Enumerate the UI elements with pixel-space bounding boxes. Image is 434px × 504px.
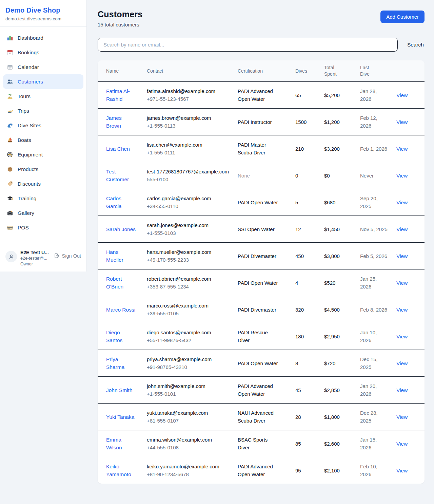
sidebar-user-section: E2E Test U... e2e-tester@... Owner Sign … <box>0 245 86 272</box>
column-header-actions <box>396 60 425 82</box>
view-link[interactable]: View <box>396 280 408 286</box>
view-link[interactable]: View <box>396 92 408 98</box>
sidebar-item-training[interactable]: Training <box>3 191 83 206</box>
bookings-icon: 17 <box>7 49 13 56</box>
customer-email: diego.santos@example.com <box>147 329 231 336</box>
customer-name-link[interactable]: Priya Sharma <box>106 356 124 370</box>
customer-last-dive: Feb 8, 2026 <box>360 296 396 323</box>
customer-dives: 8 <box>295 350 324 377</box>
sidebar-item-customers[interactable]: Customers <box>3 74 83 89</box>
customer-name-link[interactable]: Emma Wilson <box>106 437 122 450</box>
customer-last-dive: Sep 20, 2025 <box>360 189 396 216</box>
pos-icon <box>7 224 13 231</box>
customer-certification: PADI Divemaster <box>238 243 295 269</box>
customer-certification: PADI Open Water <box>238 350 295 377</box>
customer-name-link[interactable]: Test Customer <box>106 169 129 182</box>
customer-total-spent: $720 <box>324 350 360 377</box>
sidebar-item-pos[interactable]: POS <box>3 220 83 235</box>
calendar-icon <box>7 64 13 70</box>
customer-name-link[interactable]: James Brown <box>106 115 122 129</box>
customer-email: marco.rossi@example.com <box>147 302 231 310</box>
avatar <box>5 251 17 262</box>
view-link[interactable]: View <box>396 200 408 205</box>
customer-name-link[interactable]: Hans Mueller <box>106 249 123 263</box>
sidebar-item-boats[interactable]: Boats <box>3 133 83 147</box>
column-header-last-dive: Last Dive <box>360 60 396 82</box>
customer-email: robert.obrien@example.com <box>147 275 231 283</box>
customer-name-link[interactable]: Yuki Tanaka <box>106 414 134 420</box>
customer-certification: BSAC Sports Diver <box>238 430 295 457</box>
customer-email: lisa.chen@example.com <box>147 141 231 149</box>
customer-total-spent: $4,500 <box>324 296 360 323</box>
sidebar-item-dive-sites[interactable]: Dive Sites <box>3 118 83 133</box>
products-icon <box>7 166 13 172</box>
customer-phone: +44-555-0108 <box>147 444 231 451</box>
table-row: Diego Santos diego.santos@example.com+55… <box>98 323 425 350</box>
view-link[interactable]: View <box>396 360 408 366</box>
app-shell: Demo Dive Shop demo.test.divestreams.com… <box>0 0 434 484</box>
search-button[interactable]: Search <box>407 40 425 49</box>
table-row: Test Customer test-1772681807767@example… <box>98 162 425 189</box>
sidebar-item-dashboard[interactable]: Dashboard <box>3 31 83 45</box>
view-link[interactable]: View <box>396 119 408 125</box>
view-link[interactable]: View <box>396 307 408 313</box>
view-link[interactable]: View <box>396 173 408 179</box>
sidebar-item-gallery[interactable]: Gallery <box>3 206 83 220</box>
customer-name-link[interactable]: Carlos Garcia <box>106 195 122 209</box>
view-link[interactable]: View <box>396 334 408 339</box>
view-link[interactable]: View <box>396 441 408 447</box>
view-link[interactable]: View <box>396 253 408 259</box>
customer-last-dive: Jan 25, 2026 <box>360 269 396 296</box>
table-row: Emma Wilson emma.wilson@example.com+44-5… <box>98 430 425 457</box>
sidebar-item-label: Dive Sites <box>18 122 41 129</box>
customer-name-link[interactable]: Sarah Jones <box>106 226 136 232</box>
customer-certification: PADI Instructor <box>238 109 295 135</box>
sidebar-item-label: Dashboard <box>18 34 43 42</box>
customer-name-link[interactable]: Robert O'Brien <box>106 276 123 290</box>
customer-email: sarah.jones@example.com <box>147 221 231 229</box>
customer-email: james.brown@example.com <box>147 114 231 122</box>
table-row: Sarah Jones sarah.jones@example.com+1-55… <box>98 216 425 243</box>
view-link[interactable]: View <box>396 387 408 393</box>
customer-name-link[interactable]: Lisa Chen <box>106 146 130 152</box>
customer-email: test-1772681807767@example.com <box>147 168 231 175</box>
sidebar-item-label: Equipment <box>18 151 43 158</box>
sidebar-item-discounts[interactable]: Discounts <box>3 176 83 191</box>
customer-phone: +49-170-555-2233 <box>147 256 231 264</box>
view-link[interactable]: View <box>396 146 408 152</box>
customer-name-link[interactable]: Keiko Yamamoto <box>106 464 131 477</box>
customer-dives: 28 <box>295 404 324 430</box>
sidebar-item-equipment[interactable]: Equipment <box>3 147 83 162</box>
sidebar-item-tours[interactable]: Tours <box>3 89 83 104</box>
customer-name-link[interactable]: Marco Rossi <box>106 307 135 313</box>
table-row: Yuki Tanaka yuki.tanaka@example.com+81-5… <box>98 404 425 430</box>
customer-last-dive: Never <box>360 162 396 189</box>
view-link[interactable]: View <box>396 226 408 232</box>
table-row: James Brown james.brown@example.com+1-55… <box>98 109 425 135</box>
customer-total-spent: $2,100 <box>324 457 360 484</box>
search-bar: Search <box>98 38 425 52</box>
main-content: Customers 15 total customers Add Custome… <box>87 0 434 484</box>
add-customer-button[interactable]: Add Customer <box>380 11 425 23</box>
customer-dives: 4 <box>295 269 324 296</box>
sidebar-item-bookings[interactable]: 17 Bookings <box>3 45 83 60</box>
customer-last-dive: Feb 12, 2026 <box>360 109 396 135</box>
search-input[interactable] <box>98 38 398 52</box>
sidebar-item-products[interactable]: Products <box>3 162 83 176</box>
customer-total-spent: $3,200 <box>324 135 360 162</box>
customer-name-link[interactable]: John Smith <box>106 387 133 393</box>
customer-certification: PADI Rescue Diver <box>238 323 295 350</box>
sidebar-item-trips[interactable]: Trips <box>3 104 83 118</box>
customer-name-link[interactable]: Fatima Al-Rashid <box>106 88 130 102</box>
sidebar-item-calendar[interactable]: Calendar <box>3 60 83 74</box>
customer-phone: +55-11-99876-5432 <box>147 336 231 344</box>
customer-total-spent: $520 <box>324 269 360 296</box>
view-link[interactable]: View <box>396 468 408 473</box>
customer-certification: NAUI Advanced Scuba Diver <box>238 404 295 430</box>
customer-last-dive: Dec 15, 2025 <box>360 350 396 377</box>
view-link[interactable]: View <box>396 414 408 420</box>
customer-last-dive: Dec 28, 2025 <box>360 404 396 430</box>
sign-out-button[interactable]: Sign Out <box>54 253 81 259</box>
customer-name-link[interactable]: Diego Santos <box>106 330 122 343</box>
customer-dives: 95 <box>295 457 324 484</box>
